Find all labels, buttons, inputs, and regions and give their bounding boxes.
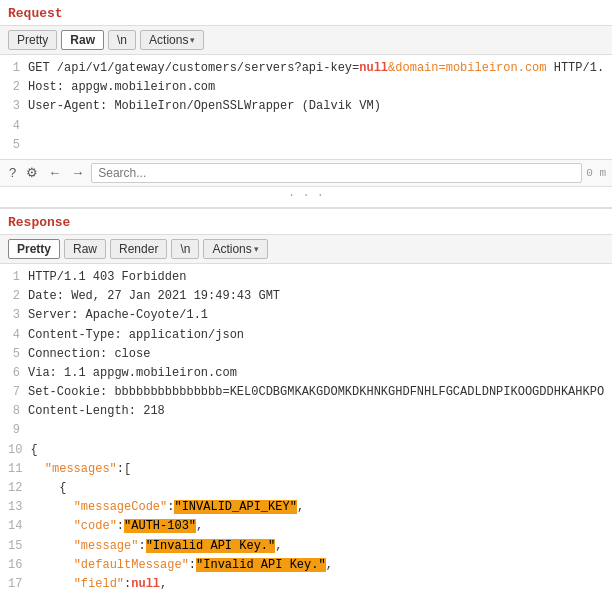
response-actions-button[interactable]: Actions ▾ [203,239,267,259]
request-line-5: 5 [8,136,604,155]
request-toolbar: Pretty Raw \n Actions ▾ [0,25,612,55]
help-icon-button[interactable]: ? [6,164,19,181]
response-line-11: 11 "messages":[ [8,460,604,479]
request-section: Request Pretty Raw \n Actions ▾ 1 GET /a… [0,0,612,159]
search-input[interactable] [91,163,582,183]
response-section: Response Pretty Raw Render \n Actions ▾ … [0,207,612,593]
response-ln-button[interactable]: \n [171,239,199,259]
settings-icon-button[interactable]: ⚙ [23,164,41,181]
response-line-5: 5 Connection: close [8,345,604,364]
response-line-10: 10 { [8,441,604,460]
request-actions-button[interactable]: Actions ▾ [140,30,204,50]
request-pretty-button[interactable]: Pretty [8,30,57,50]
response-line-3: 3 Server: Apache-Coyote/1.1 [8,306,604,325]
request-section-label: Request [8,6,63,21]
forward-icon-button[interactable]: → [68,164,87,181]
response-raw-button[interactable]: Raw [64,239,106,259]
response-line-4: 4 Content-Type: application/json [8,326,604,345]
request-ln-button[interactable]: \n [108,30,136,50]
response-line-6: 6 Via: 1.1 appgw.mobileiron.com [8,364,604,383]
request-code-block: 1 GET /api/v1/gateway/customers/servers?… [0,55,612,159]
search-count: 0 m [586,167,606,179]
request-line-1: 1 GET /api/v1/gateway/customers/servers?… [8,59,604,78]
ellipsis-divider: · · · [0,187,612,205]
response-toolbar: Pretty Raw Render \n Actions ▾ [0,234,612,264]
request-line-4: 4 [8,117,604,136]
request-line-3: 3 User-Agent: MobileIron/OpenSSLWrapper … [8,97,604,116]
response-code-block: 1 HTTP/1.1 403 Forbidden 2 Date: Wed, 27… [0,264,612,593]
response-section-label: Response [8,215,70,230]
response-chevron-down-icon: ▾ [254,244,259,254]
response-header: Response [0,209,612,234]
response-render-button[interactable]: Render [110,239,167,259]
response-line-8: 8 Content-Length: 218 [8,402,604,421]
response-pretty-button[interactable]: Pretty [8,239,60,259]
request-line-2: 2 Host: appgw.mobileiron.com [8,78,604,97]
response-line-12: 12 { [8,479,604,498]
response-line-7: 7 Set-Cookie: bbbbbbbbbbbbbbb=KEL0CDBGMK… [8,383,604,402]
chevron-down-icon: ▾ [190,35,195,45]
response-line-1: 1 HTTP/1.1 403 Forbidden [8,268,604,287]
request-raw-button[interactable]: Raw [61,30,104,50]
response-line-13: 13 "messageCode":"INVALID_API_KEY", [8,498,604,517]
response-line-9: 9 [8,421,604,440]
response-line-16: 16 "defaultMessage":"Invalid API Key.", [8,556,604,575]
search-toolbar: ? ⚙ ← → 0 m [0,159,612,187]
response-line-17: 17 "field":null, [8,575,604,593]
request-header: Request [0,0,612,25]
response-line-2: 2 Date: Wed, 27 Jan 2021 19:49:43 GMT [8,287,604,306]
response-line-14: 14 "code":"AUTH-103", [8,517,604,536]
back-icon-button[interactable]: ← [45,164,64,181]
response-line-15: 15 "message":"Invalid API Key.", [8,537,604,556]
